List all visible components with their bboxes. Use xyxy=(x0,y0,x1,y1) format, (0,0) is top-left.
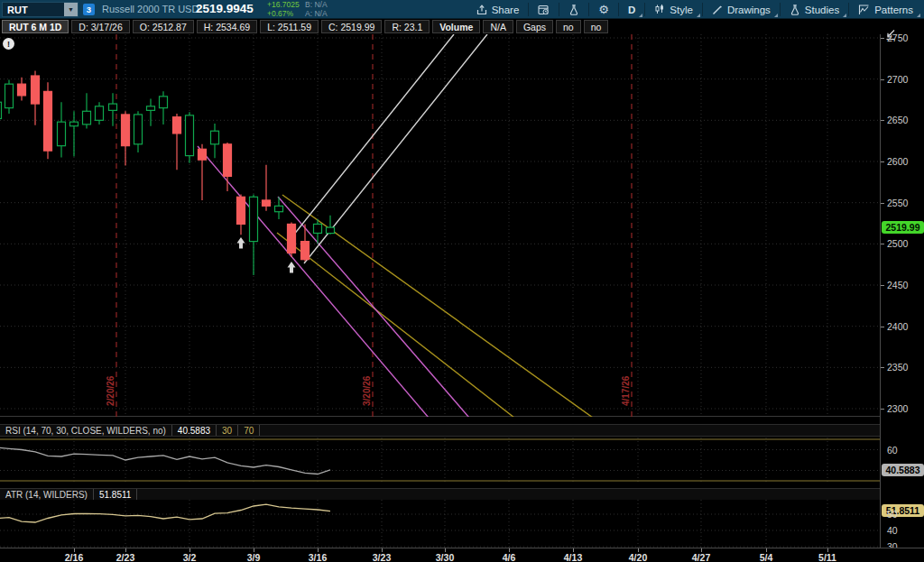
candlestick xyxy=(301,242,310,260)
thinkorswim-chart-window: RUT ▼ 3 Russell 2000 TR USD 2519.9945 +1… xyxy=(0,0,924,562)
candlestick xyxy=(96,106,104,121)
price-tick-mark xyxy=(881,285,884,286)
time-tick-label: 4/27 xyxy=(692,552,710,562)
patterns-dropdown[interactable]: Patterns xyxy=(849,0,922,19)
ohlc-cell[interactable]: D: 3/17/26 xyxy=(71,20,129,33)
trendline-drawing[interactable] xyxy=(290,34,454,240)
timeframe-label: D xyxy=(628,5,635,15)
share-button[interactable]: Share xyxy=(467,0,529,19)
candlestick xyxy=(70,122,79,126)
price-tick-label: 2650 xyxy=(887,115,908,125)
price-axis[interactable]: 2519.99 40.5883 51.8511 2750270026502600… xyxy=(880,34,924,548)
ohlc-cell[interactable]: Volume xyxy=(432,20,480,33)
top-toolbar: RUT ▼ 3 Russell 2000 TR USD 2519.9945 +1… xyxy=(0,0,924,19)
candlestick xyxy=(186,115,194,156)
timeframe-dropdown[interactable]: D xyxy=(619,0,644,19)
drawings-dropdown[interactable]: Drawings xyxy=(703,0,780,19)
candlestick xyxy=(32,76,40,104)
link-group-badge[interactable]: 3 xyxy=(83,4,95,15)
rsi-overbought-level[interactable]: 70 xyxy=(238,425,260,436)
price-tick-mark xyxy=(881,203,884,204)
price-tick-label: 2550 xyxy=(887,198,908,208)
chart-series-label[interactable]: RUT 6 M 1D xyxy=(2,20,69,33)
candlestick xyxy=(18,84,26,96)
candlestick xyxy=(224,144,232,177)
rsi-study-label[interactable]: RSI (14, 70, 30, CLOSE, WILDERS, no) xyxy=(0,425,172,436)
rsi-plot-canvas[interactable] xyxy=(0,438,880,484)
ohlc-cell[interactable]: C: 2519.99 xyxy=(321,20,382,33)
symbol-dropdown-button[interactable]: ▼ xyxy=(64,3,78,16)
toolbar-buttons: Share ⚙ D xyxy=(467,0,922,19)
chart-info-icon[interactable]: ! xyxy=(3,38,14,50)
time-tick-label: 5/11 xyxy=(818,552,836,562)
expiration-line-label: 4/17/26 xyxy=(621,375,631,406)
price-tick-label: 2450 xyxy=(887,280,908,290)
time-tick-label: 3/16 xyxy=(309,552,327,562)
trendline-drawing[interactable] xyxy=(198,146,429,417)
up-arrow-drawing[interactable] xyxy=(237,237,245,249)
candlestick xyxy=(199,149,207,160)
candlestick xyxy=(173,117,181,134)
patterns-label: Patterns xyxy=(874,5,913,15)
trendline-drawing[interactable] xyxy=(278,197,469,417)
price-tick-mark xyxy=(881,367,884,368)
price-tick-label: 2750 xyxy=(887,32,908,43)
atr-study-header: ATR (14, WILDERS) 51.8511 xyxy=(0,488,880,501)
candlestick xyxy=(211,131,219,144)
time-tick-label: 2/23 xyxy=(116,552,134,562)
studies-dropdown[interactable]: Studies xyxy=(781,0,848,19)
rsi-oversold-level[interactable]: 30 xyxy=(217,425,238,436)
flask-icon xyxy=(568,5,579,15)
time-tick-label: 4/13 xyxy=(564,552,582,562)
style-dropdown[interactable]: Style xyxy=(645,0,702,19)
price-tick-label: 2400 xyxy=(887,321,908,332)
bid-ask-block: B: N/A A: N/A xyxy=(305,1,328,18)
rsi-study-header: RSI (14, 70, 30, CLOSE, WILDERS, no) 40.… xyxy=(0,424,880,437)
last-price-badge: 2519.99 xyxy=(882,221,924,234)
time-axis[interactable]: 2/162/233/23/93/163/233/304/64/134/204/2… xyxy=(0,548,924,562)
time-tick-label: 4/20 xyxy=(629,552,647,562)
atr-plot-canvas[interactable] xyxy=(0,500,880,548)
price-change-pct: +0.67% xyxy=(267,10,300,19)
ohlc-readout-bar: RUT 6 M 1D D: 3/17/26O: 2512.87H: 2534.6… xyxy=(0,19,924,34)
price-tick-mark xyxy=(881,409,884,410)
atr-line xyxy=(0,504,330,522)
price-change-block: +16.7025 +0.67% xyxy=(267,1,300,18)
up-arrow-drawing[interactable] xyxy=(288,262,296,273)
candlestick xyxy=(58,122,66,145)
price-tick-label: 2600 xyxy=(887,156,908,167)
price-tick-mark xyxy=(881,38,884,39)
main-chart-panel: 2/20/263/20/264/17/26 ! xyxy=(0,34,880,417)
price-tick-mark xyxy=(881,79,884,80)
time-tick-label: 5/4 xyxy=(760,552,773,562)
ohlc-cell[interactable]: no xyxy=(556,20,581,33)
atr-plot-panel xyxy=(0,500,880,548)
chart-settings-button[interactable]: ⚙ xyxy=(589,0,618,19)
candlestick xyxy=(0,102,2,118)
last-price: 2519.9945 xyxy=(196,2,254,15)
candlestick xyxy=(237,197,245,224)
quick-study-button[interactable] xyxy=(559,0,588,19)
main-chart-canvas[interactable]: 2/20/263/20/264/17/26 xyxy=(0,34,880,417)
ohlc-cell[interactable]: Gaps xyxy=(516,20,553,33)
symbol-combobox[interactable]: RUT ▼ xyxy=(2,2,79,17)
ohlc-cell[interactable]: N/A xyxy=(483,20,513,33)
trendline-drawing[interactable] xyxy=(277,233,514,417)
ohlc-cell[interactable]: O: 2512.87 xyxy=(133,20,194,33)
ohlc-cell[interactable]: no xyxy=(584,20,609,33)
price-tick-label: 2500 xyxy=(887,238,908,249)
candlestick xyxy=(122,115,130,146)
economic-events-button[interactable] xyxy=(529,0,559,19)
ohlc-cell[interactable]: H: 2534.69 xyxy=(197,20,257,33)
rsi-axis-label: 60 xyxy=(887,445,898,456)
time-tick-label: 3/30 xyxy=(436,552,454,562)
ohlc-cell[interactable]: L: 2511.59 xyxy=(260,20,319,33)
atr-study-label[interactable]: ATR (14, WILDERS) xyxy=(0,489,94,500)
ohlc-cell[interactable]: R: 23.1 xyxy=(384,20,430,33)
gear-icon: ⚙ xyxy=(598,4,609,15)
patterns-icon xyxy=(858,5,870,15)
candlestick xyxy=(5,84,14,107)
style-label: Style xyxy=(670,5,693,15)
rsi-value-badge: 40.5883 xyxy=(882,464,924,476)
time-tick-label: 4/6 xyxy=(503,552,516,562)
